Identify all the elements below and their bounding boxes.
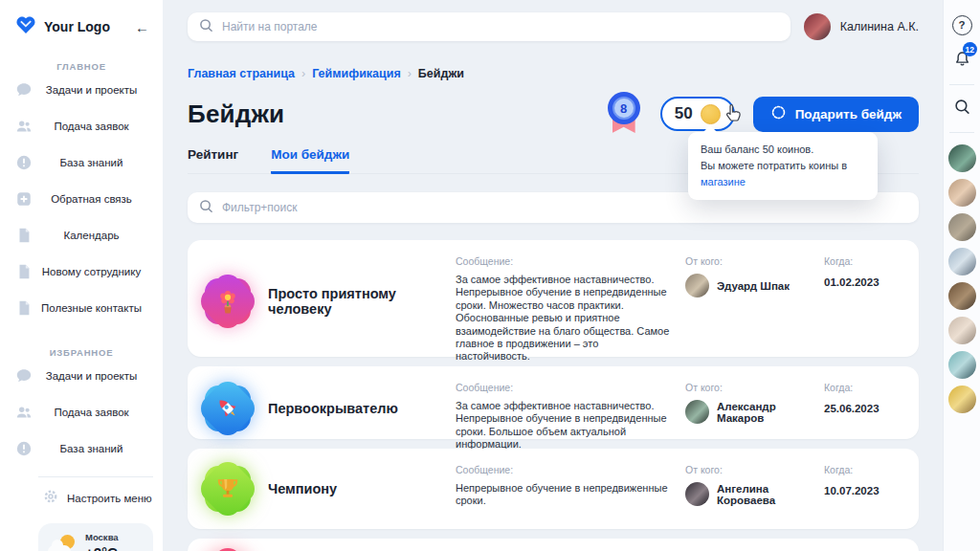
sender-avatar (685, 482, 709, 506)
sidebar-item-knowledge[interactable]: База знаний (0, 144, 163, 181)
tab-my-badges[interactable]: Мои бейджи (271, 147, 349, 174)
sender-avatar (685, 274, 709, 298)
when-label: Когда: (824, 464, 919, 475)
tooltip-line2: Вы можете потратить коины в (701, 160, 847, 171)
badge-message: За самое эффективное наставничество. Неп… (456, 400, 685, 452)
message-label: Сообщение: (456, 255, 685, 267)
sidebar-item-newbie[interactable]: Новому сотруднику (0, 253, 163, 290)
badge-date: 10.07.2023 (824, 485, 919, 496)
sidebar: Your Logo ← ГЛАВНОЕ Задачи и проекты Под… (0, 0, 163, 551)
rail-divider (949, 84, 974, 85)
coin-balance-tooltip: Ваш баланс 50 коинов. Вы можете потратит… (688, 132, 878, 200)
badge-name: Первоокрывателю (268, 401, 456, 416)
badge-count: 8 (612, 97, 635, 120)
search-icon (954, 99, 970, 119)
hand-cursor-icon (723, 101, 746, 124)
when-label: Когда: (824, 382, 919, 393)
sidebar-item-requests[interactable]: Подача заявок (0, 108, 163, 144)
breadcrumb-home[interactable]: Главная страница (188, 67, 295, 80)
gift-badge-button[interactable]: Подарить бейдж (753, 97, 919, 132)
badge-message: Непрерывное обучение в непредвиженные ср… (456, 482, 685, 508)
sidebar-item-label: Задачи и проекты (33, 84, 163, 96)
sidebar-item-requests-fav[interactable]: Подача заявок (0, 394, 163, 430)
badge-message: За самое эффективное наставничество. Неп… (456, 274, 685, 364)
sidebar-section-favorites-label: ИЗБРАННОЕ (0, 347, 163, 358)
contact-avatar[interactable] (948, 213, 976, 241)
filter-search-input[interactable] (222, 201, 907, 214)
sidebar-item-label: Обратная связь (33, 193, 163, 205)
from-label: От кого: (685, 255, 824, 267)
sidebar-item-label: Настроить меню (67, 493, 152, 504)
document-icon (15, 299, 33, 318)
sidebar-item-label: Новому сотруднику (33, 266, 163, 277)
plus-icon (15, 190, 33, 209)
sidebar-item-feedback[interactable]: Обратная связь (0, 181, 163, 217)
info-icon (15, 440, 33, 458)
breadcrumb-gamification[interactable]: Геймификация (312, 67, 401, 80)
sidebar-item-label: База знаний (33, 157, 163, 168)
contact-avatar[interactable] (948, 351, 976, 379)
contact-avatar[interactable] (948, 248, 976, 276)
tab-rating[interactable]: Рейтинг (188, 147, 238, 174)
page-title: Бейджи (188, 99, 284, 129)
badge-name: Чемпиону (268, 481, 456, 496)
weather-sun-cloud-icon (48, 535, 77, 551)
sidebar-divider (38, 476, 153, 477)
sidebar-item-settings[interactable]: Настроить меню (0, 481, 163, 516)
chevron-right-icon: › (408, 67, 412, 80)
badge-card[interactable]: Первоокрывателю Сообщение: За самое эффе… (188, 366, 919, 439)
contact-avatar[interactable] (948, 282, 976, 310)
sidebar-item-calendar[interactable]: Календарь (0, 217, 163, 253)
logo-heart-icon (15, 15, 36, 38)
sender-avatar (685, 400, 709, 424)
collapse-sidebar-button[interactable]: ← (135, 20, 149, 34)
badge-card[interactable] (188, 539, 919, 551)
badge-rocket-icon (201, 382, 255, 435)
sidebar-item-tasks-fav[interactable]: Задачи и проекты (0, 358, 163, 394)
gift-badge-button-label: Подарить бейдж (795, 107, 902, 121)
tooltip-line1: Ваш баланс 50 коинов. (701, 142, 865, 158)
people-search-button[interactable] (950, 97, 973, 120)
medal-circle-icon: 8 (608, 92, 640, 124)
gear-icon (43, 489, 58, 508)
portal-search-input[interactable] (222, 20, 779, 33)
people-icon (15, 404, 33, 422)
coin-balance: 50 (675, 104, 693, 123)
breadcrumb: Главная страница › Геймификация › Бейджи (188, 67, 919, 80)
badge-name: Просто приятному человеку (268, 286, 456, 317)
store-link[interactable]: магазине (701, 176, 746, 187)
coin-icon (701, 104, 721, 124)
contact-avatar[interactable] (948, 144, 976, 172)
badge-card[interactable]: Чемпиону Сообщение: Непрерывное обучение… (188, 449, 919, 529)
sender-name: Ангелина Короваева (717, 483, 824, 506)
notification-count-badge: 12 (963, 42, 977, 56)
from-label: От кого: (685, 382, 824, 393)
when-label: Когда: (824, 255, 919, 267)
sidebar-item-contacts[interactable]: Полезные контакты (0, 290, 163, 326)
notifications-button[interactable]: 12 (950, 49, 973, 72)
contact-avatar[interactable] (948, 386, 976, 413)
from-label: От кого: (685, 464, 824, 475)
contact-avatar[interactable] (948, 179, 976, 207)
contact-avatar[interactable] (948, 317, 976, 344)
badge-card[interactable]: Просто приятному человеку Сообщение: За … (188, 240, 919, 357)
sidebar-item-label: База знаний (33, 443, 163, 454)
logo-text: Your Logo (44, 19, 127, 34)
user-menu[interactable]: Калинина А.К. (804, 13, 919, 40)
portal-search[interactable] (188, 12, 791, 41)
rail-divider (949, 132, 974, 133)
page-header: Бейджи 8 50 Подарить бейдж (188, 93, 919, 135)
sidebar-item-label: Подача заявок (33, 407, 163, 418)
chat-icon (15, 81, 33, 99)
sender-name: Александр Макаров (717, 401, 824, 424)
badge-date: 01.02.2023 (824, 276, 919, 288)
badge-date: 25.06.2023 (824, 403, 919, 414)
sidebar-item-knowledge-fav[interactable]: База знаний (0, 430, 163, 467)
people-icon (15, 118, 33, 136)
help-button[interactable]: ? (950, 13, 973, 36)
document-icon (15, 263, 33, 281)
user-avatar (804, 13, 831, 40)
search-icon (199, 18, 213, 36)
sidebar-item-tasks[interactable]: Задачи и проекты (0, 72, 163, 108)
sidebar-item-label: Полезные контакты (33, 302, 163, 314)
